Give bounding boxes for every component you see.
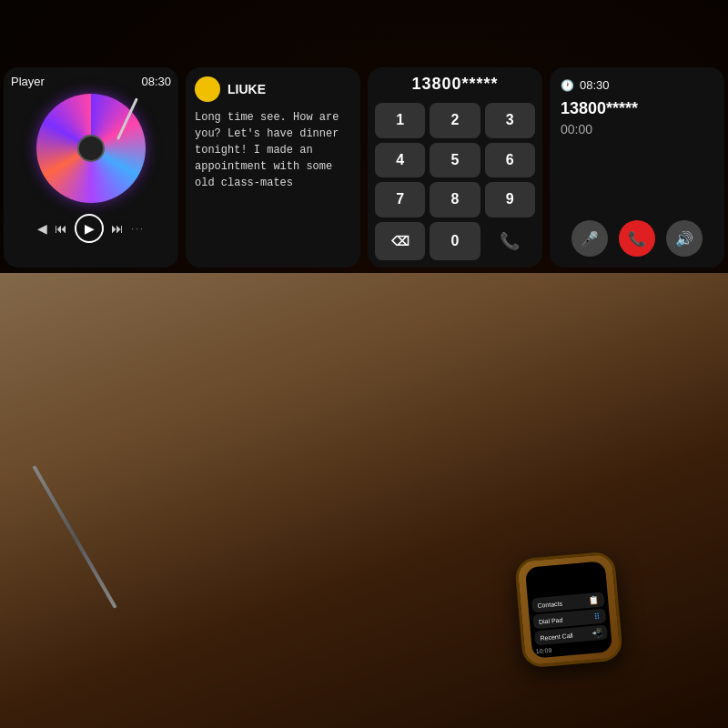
music-controls: ◀ ⏮ ▶ ⏭ ···: [11, 214, 171, 243]
key-8[interactable]: 8: [430, 182, 480, 217]
smartwatch: Contacts 📋 Dial Pad ⠿ Recent Call 📲 10:0…: [514, 551, 623, 668]
player-label: Player: [11, 75, 45, 88]
key-call[interactable]: 📞: [485, 222, 535, 261]
vinyl-center: [77, 135, 105, 162]
key-7[interactable]: 7: [375, 182, 425, 217]
message-panel: LIUKE Long time see. How are you? Let's …: [186, 67, 360, 268]
recent-label: Recent Call: [540, 632, 573, 641]
music-header: Player 08:30: [11, 75, 171, 88]
keypad: 1 2 3 4 5 6 7 8 9 ⌫ 0 📞: [375, 103, 535, 260]
mic-button[interactable]: 🎤: [571, 220, 608, 257]
more-dots: ···: [131, 224, 144, 234]
key-5[interactable]: 5: [430, 143, 480, 178]
message-header: LIUKE: [195, 76, 351, 102]
dialpad-icon: ⠿: [593, 612, 601, 622]
answer-header: 🕐 08:30: [561, 78, 713, 92]
contacts-label: Contacts: [537, 600, 562, 608]
music-player-panel: Player 08:30 ◀ ⏮ ▶ ⏭ ···: [4, 67, 178, 268]
volume-button[interactable]: ◀: [37, 221, 47, 236]
panels-row: Player 08:30 ◀ ⏮ ▶ ⏭ ··· LIUKE Long time…: [0, 64, 728, 271]
speaker-button[interactable]: 🔊: [666, 220, 703, 257]
end-call-button[interactable]: 📞: [619, 220, 655, 257]
clock-icon: 🕐: [561, 79, 574, 92]
sender-name: LIUKE: [228, 82, 266, 96]
next-button[interactable]: ⏭: [111, 221, 124, 236]
dialpad-label: Dial Pad: [539, 616, 563, 624]
contacts-icon: 📋: [589, 595, 600, 605]
key-2[interactable]: 2: [430, 103, 480, 138]
vinyl-container: [36, 94, 146, 203]
answer-time: 08:30: [580, 78, 610, 92]
phone-number-display: 13800*****: [375, 75, 535, 94]
key-delete[interactable]: ⌫: [375, 222, 425, 261]
answer-call-panel: 🕐 08:30 13800***** 00:00 🎤 📞 🔊: [550, 67, 724, 268]
watch-body: Contacts 📋 Dial Pad ⠿ Recent Call 📲 10:0…: [514, 551, 623, 668]
key-4[interactable]: 4: [375, 143, 425, 178]
answer-controls: 🎤 📞 🔊: [561, 220, 713, 257]
play-button[interactable]: ▶: [75, 214, 104, 243]
key-3[interactable]: 3: [485, 103, 535, 138]
key-0[interactable]: 0: [430, 222, 480, 261]
avatar: [195, 76, 220, 102]
answer-duration: 00:00: [561, 122, 713, 136]
key-6[interactable]: 6: [485, 143, 535, 178]
prev-button[interactable]: ⏮: [55, 221, 67, 236]
message-text: Long time see. How are you? Let's have d…: [195, 109, 351, 191]
watch-screen: Contacts 📋 Dial Pad ⠿ Recent Call 📲 10:0…: [525, 561, 612, 658]
key-1[interactable]: 1: [375, 103, 425, 138]
recent-icon: 📲: [592, 628, 602, 638]
dialpad-panel: 13800***** 1 2 3 4 5 6 7 8 9 ⌫ 0 📞: [368, 67, 542, 268]
key-9[interactable]: 9: [485, 182, 535, 217]
answer-number: 13800*****: [561, 99, 713, 118]
player-time: 08:30: [141, 75, 171, 88]
